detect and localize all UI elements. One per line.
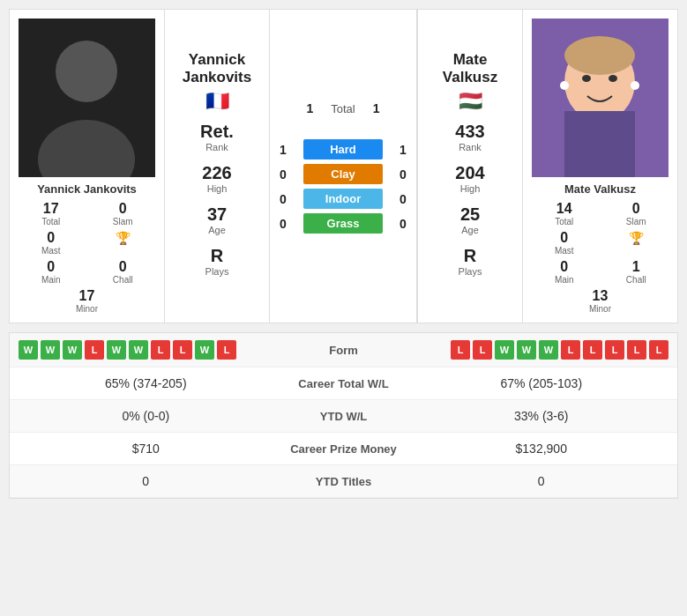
main-container: Yannick Jankovits 17 Total 0 Slam 0 Mast… — [0, 0, 687, 508]
right-middle-panel: Mate Valkusz 🇭🇺 433 Rank 204 High 25 Age… — [417, 10, 523, 323]
form-badge-left: L — [173, 340, 192, 360]
form-badge-right: W — [539, 340, 558, 360]
left-minor: 17 Minor — [19, 288, 155, 314]
form-badge-right: L — [627, 340, 646, 360]
right-slam: 0 Slam — [604, 201, 669, 226]
form-badge-left: W — [107, 340, 126, 360]
form-left: WWWLWWLLWL — [19, 340, 300, 360]
form-badge-left: W — [19, 340, 38, 360]
form-badge-left: W — [129, 340, 148, 360]
left-player-name: Yannick Jankovits — [37, 182, 137, 196]
right-stats-grid: 14 Total 0 Slam 0 Mast 🏆 0 Main — [532, 201, 668, 314]
svg-point-10 — [631, 81, 639, 90]
form-badge-left: W — [41, 340, 60, 360]
stat-row-left-value: 0 — [27, 474, 265, 488]
right-trophy-icon: 🏆 — [604, 230, 669, 256]
svg-point-9 — [560, 81, 569, 90]
right-high-stat: 204 High — [455, 163, 484, 194]
player-right: Mate Valkusz 14 Total 0 Slam 0 Mast 🏆 — [523, 10, 677, 323]
right-name-top: Mate Valkusz — [425, 51, 515, 86]
right-plays-stat: R Plays — [459, 246, 482, 277]
form-badge-left: W — [195, 340, 214, 360]
player-left: Yannick Jankovits 17 Total 0 Slam 0 Mast… — [10, 10, 164, 323]
stat-row: 0% (0-0)YTD W/L33% (3-6) — [10, 400, 677, 433]
stat-row-right-value: 0 — [423, 474, 661, 488]
svg-point-7 — [582, 75, 591, 82]
stat-row-label: Career Total W/L — [265, 377, 423, 390]
left-stats-grid: 17 Total 0 Slam 0 Mast 🏆 0 Main — [19, 201, 155, 314]
stat-rows-container: 65% (374-205)Career Total W/L67% (205-10… — [10, 367, 677, 498]
form-badge-left: L — [217, 340, 236, 360]
stat-row-right-value: 33% (3-6) — [423, 409, 661, 423]
right-main: 0 Main — [532, 259, 597, 285]
left-age-stat: 37 Age — [207, 204, 227, 235]
svg-point-6 — [564, 36, 635, 75]
form-badge-right: W — [495, 340, 514, 360]
left-trophy-icon: 🏆 — [91, 230, 156, 256]
right-mast: 0 Mast — [532, 230, 597, 256]
form-badge-right: L — [451, 340, 470, 360]
grass-row: 0 Grass 0 — [270, 213, 416, 234]
right-rank-stat: 433 Rank — [455, 122, 484, 152]
right-chall: 1 Chall — [604, 259, 669, 285]
right-flag: 🇭🇺 — [459, 90, 482, 113]
left-rank-stat: Ret. Rank — [200, 122, 234, 152]
svg-point-8 — [609, 75, 617, 82]
form-badge-left: L — [85, 340, 104, 360]
stat-row: 0YTD Titles0 — [10, 465, 677, 498]
left-slam: 0 Slam — [91, 201, 156, 226]
form-badge-right: L — [605, 340, 624, 360]
stat-row-left-value: 65% (374-205) — [27, 376, 265, 390]
left-avatar — [19, 19, 155, 177]
form-label: Form — [300, 344, 388, 357]
left-chall: 0 Chall — [91, 259, 156, 285]
stat-row-left-value: 0% (0-0) — [27, 409, 265, 423]
left-total: 17 Total — [19, 201, 84, 226]
left-name-top: YannickJankovits — [183, 51, 251, 86]
right-player-name: Mate Valkusz — [564, 182, 636, 196]
stat-row: 65% (374-205)Career Total W/L67% (205-10… — [10, 367, 677, 400]
stat-row: $710Career Prize Money$132,900 — [10, 433, 677, 465]
center-section: 1 Total 1 1 Hard 1 0 Clay 0 0 Indoor — [270, 10, 417, 323]
stat-row-label: Career Prize Money — [265, 442, 423, 456]
stat-row-label: YTD W/L — [265, 410, 423, 423]
total-row: 1 Total 1 — [306, 101, 379, 115]
left-mast: 0 Mast — [19, 230, 84, 256]
left-flag: 🇫🇷 — [205, 90, 229, 113]
form-row: WWWLWWLLWL Form LLWWWLLLLL — [10, 333, 677, 367]
form-badge-right: W — [517, 340, 536, 360]
stat-row-right-value: $132,900 — [423, 442, 661, 456]
form-badge-right: L — [583, 340, 602, 360]
svg-point-1 — [56, 41, 117, 102]
right-age-stat: 25 Age — [460, 204, 480, 235]
top-section: Yannick Jankovits 17 Total 0 Slam 0 Mast… — [9, 9, 678, 323]
form-right: LLWWWLLLLL — [388, 340, 669, 360]
right-minor: 13 Minor — [532, 288, 668, 314]
stat-row-left-value: $710 — [27, 442, 265, 456]
left-middle-panel: YannickJankovits 🇫🇷 Ret. Rank 226 High 3… — [164, 10, 270, 323]
stat-row-label: YTD Titles — [265, 475, 423, 488]
form-badge-right: L — [561, 340, 580, 360]
form-badge-left: W — [63, 340, 82, 360]
right-total: 14 Total — [532, 201, 597, 226]
stat-row-right-value: 67% (205-103) — [423, 376, 661, 390]
left-plays-stat: R Plays — [205, 246, 229, 277]
hard-row: 1 Hard 1 — [270, 139, 416, 160]
bottom-section: WWWLWWLLWL Form LLWWWLLLLL 65% (374-205)… — [9, 332, 678, 499]
form-badge-right: L — [473, 340, 492, 360]
left-high-stat: 226 High — [202, 163, 231, 194]
right-avatar — [532, 19, 668, 177]
court-rows: 1 Hard 1 0 Clay 0 0 Indoor 0 0 Grass — [270, 135, 416, 238]
form-badge-right: L — [649, 340, 668, 360]
clay-row: 0 Clay 0 — [270, 164, 416, 184]
svg-rect-5 — [564, 111, 635, 177]
left-main: 0 Main — [19, 259, 84, 285]
indoor-row: 0 Indoor 0 — [270, 189, 416, 209]
form-badge-left: L — [151, 340, 170, 360]
